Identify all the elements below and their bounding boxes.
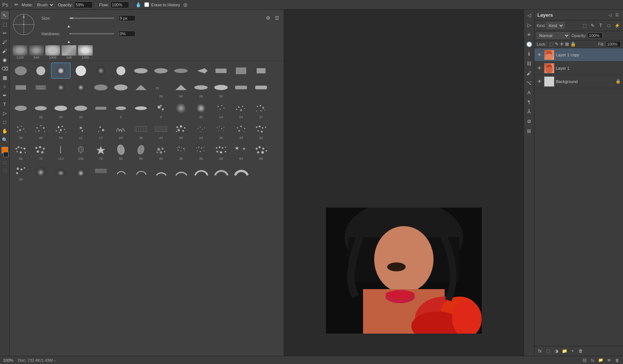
brush-cell-r6c11[interactable]: 39 <box>11 162 30 182</box>
preset-2[interactable]: 544 <box>29 45 44 59</box>
brush-cell-r2c3[interactable] <box>11 79 30 99</box>
delete-layer-icon[interactable]: 🗑 <box>577 348 584 354</box>
gradient-tool[interactable]: ▦ <box>1 73 9 82</box>
brush-cell-r1c1[interactable] <box>11 63 30 79</box>
brush-cell-r2c9[interactable] <box>131 79 151 99</box>
hardness-input[interactable] <box>119 31 135 37</box>
info-icon[interactable]: ℹ <box>525 50 533 58</box>
brush-cell-r5c5[interactable]: 14 <box>191 121 211 141</box>
brush-cell-r2c6[interactable] <box>71 79 90 99</box>
brush-cell-r7c8[interactable] <box>171 162 191 182</box>
brush-cell-r7c2[interactable] <box>51 162 70 182</box>
opacity-input[interactable] <box>588 33 603 39</box>
layer-eye-layer1copy[interactable]: 👁 <box>537 52 543 58</box>
brush-cell-r5c1[interactable]: 23 <box>111 121 131 141</box>
background-color[interactable] <box>3 152 9 157</box>
flow-input[interactable] <box>111 1 129 8</box>
brush-cell-r1c11[interactable] <box>211 63 231 79</box>
eye-bottom-icon[interactable]: 👁 <box>606 357 612 363</box>
eraser-tool[interactable]: ⌫ <box>1 64 9 73</box>
adjustment-icon[interactable]: ✎ <box>589 22 596 29</box>
fx-bottom-icon[interactable]: fx <box>590 357 596 363</box>
layer-eye-background[interactable]: 👁 <box>537 79 543 85</box>
brush-cell-r7c3[interactable] <box>71 162 90 182</box>
preset-3[interactable]: 1000 <box>45 45 60 59</box>
brush-cell-r3c11[interactable] <box>131 100 151 120</box>
brush-tool[interactable]: 🖌 <box>1 47 9 55</box>
brush-cell-r3c7[interactable]: 30 <box>51 100 70 120</box>
brush-cell-r7c10[interactable] <box>211 162 231 182</box>
brush-cell-r2c11[interactable]: 50 <box>171 79 191 99</box>
crop-tool[interactable]: ✂ <box>1 29 9 37</box>
brush-cell-r5c7[interactable]: 33 <box>231 121 251 141</box>
brush-cell-r7c4[interactable] <box>91 162 111 182</box>
brush-cell-r2c10[interactable]: 25 25 <box>151 79 171 99</box>
preset-1[interactable]: 1100 <box>13 45 27 59</box>
style-icon[interactable]: ⊞ <box>525 127 533 135</box>
panel-expand-icon[interactable]: ◁ <box>607 12 613 18</box>
brush-cell-r4c5[interactable]: 24 <box>231 100 251 120</box>
trash-bottom-icon[interactable]: 🗑 <box>614 357 620 363</box>
settings-right-icon[interactable]: ⚙ <box>525 117 533 125</box>
brush-cell-r3c9[interactable] <box>91 100 111 120</box>
brush-cell-r6c2[interactable]: 74 <box>91 142 111 162</box>
brush-cell-r1c5[interactable] <box>91 63 111 79</box>
brush-cell-r1c3[interactable] <box>51 63 70 79</box>
clone-icon[interactable]: ⌥ <box>525 79 533 87</box>
brush-cell-r5c6[interactable]: 26 <box>211 121 231 141</box>
brush-cell-r1c8[interactable] <box>151 63 171 79</box>
group-layer-icon[interactable]: 📁 <box>561 348 568 354</box>
eraser-tool-icon[interactable]: ✏ <box>14 2 19 7</box>
brush-cell-r1c7[interactable] <box>131 63 151 79</box>
brush-cell-r2c5[interactable] <box>51 79 70 99</box>
stamp-tool[interactable]: ◉ <box>1 56 9 64</box>
collapse-icon[interactable]: ◁ <box>525 11 533 19</box>
brush-cell-r4c6[interactable]: 27 <box>251 100 271 120</box>
brush-settings-icon[interactable]: ⚙ <box>264 14 272 21</box>
eyedropper-tool[interactable]: 🖊 <box>1 38 9 46</box>
fill-input[interactable] <box>606 41 621 47</box>
brush-cell-r2c7[interactable] <box>91 79 111 99</box>
preset-4[interactable]: 348 <box>62 45 76 59</box>
brush-cell-r7c7[interactable] <box>151 162 171 182</box>
brush-cell-r6c3[interactable]: 95 <box>111 142 131 162</box>
type-tool[interactable]: T <box>1 100 9 108</box>
brush-cell-r3c1[interactable]: 25 <box>191 79 211 99</box>
brush-cell-r3c4[interactable] <box>251 79 271 99</box>
extra-tool-icon[interactable]: ◎ <box>183 2 187 7</box>
character2-icon[interactable]: Ã <box>525 107 533 116</box>
lock-position-icon[interactable]: ✛ <box>560 42 564 47</box>
brush-cell-r5c8[interactable]: 42 <box>251 121 271 141</box>
brush-cell-r5c3[interactable]: 44 <box>151 121 171 141</box>
erase-history-checkbox[interactable] <box>144 2 149 7</box>
brush-cell-r7c5[interactable] <box>111 162 131 182</box>
lock-artboard-icon[interactable]: ⊠ <box>565 42 569 47</box>
folder-bottom-icon[interactable]: 📁 <box>598 357 604 363</box>
brush-cell-r3c5[interactable] <box>11 100 30 120</box>
add-style-icon[interactable]: fx <box>537 348 543 354</box>
brush-cell-r7c6[interactable] <box>131 162 151 182</box>
brush-cell-r5c4[interactable]: 60 <box>171 121 191 141</box>
zoom-tool[interactable]: 🔍 <box>1 136 9 144</box>
size-slider[interactable] <box>70 17 114 19</box>
layer-item-layer1copy[interactable]: 👁 Layer 1 copy <box>534 48 623 62</box>
lock-transparent-icon[interactable]: ⬚ <box>549 42 553 47</box>
type-icon[interactable]: T <box>597 22 604 29</box>
brush-cell-r7c11[interactable] <box>231 162 251 182</box>
kind-select[interactable]: Kind <box>546 22 564 29</box>
lock-all-icon[interactable]: 🔒 <box>570 42 576 47</box>
shape-tool[interactable]: □ <box>1 118 9 126</box>
brush-cell-r5c9[interactable]: 55 <box>11 142 30 162</box>
layer-eye-layer1[interactable]: 👁 <box>537 65 543 71</box>
brush-cell-r6c8[interactable]: 33 <box>211 142 231 162</box>
brush-cell-r6c9[interactable]: 63 <box>231 142 251 162</box>
brush-cell-r6c10[interactable]: 66 <box>251 142 271 162</box>
screen-mode-toggle[interactable]: ⬛ <box>2 168 8 173</box>
pen-tool[interactable]: ✒ <box>1 91 9 99</box>
brush-cell-r6c4[interactable]: 95 <box>131 142 151 162</box>
canvas-area[interactable] <box>284 10 524 356</box>
brush-cell-r6c7[interactable]: 36 <box>191 142 211 162</box>
brush-cell-r4c4[interactable]: 14 <box>211 100 231 120</box>
brush-cell-r5c2[interactable]: 36 <box>131 121 151 141</box>
hand-tool[interactable]: ✋ <box>1 127 9 135</box>
